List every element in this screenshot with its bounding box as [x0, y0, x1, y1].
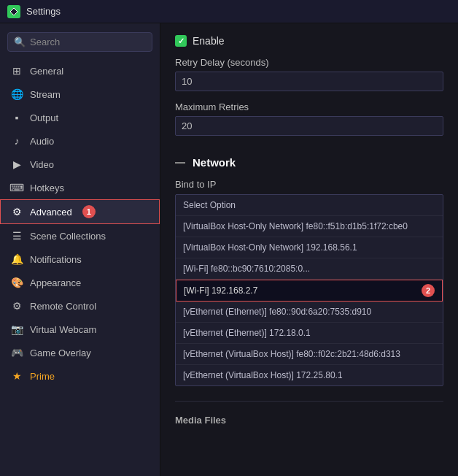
sidebar-label-stream: Stream	[30, 89, 61, 100]
sidebar-item-appearance[interactable]: 🎨Appearance	[0, 271, 160, 294]
bind-option-vethernet-vbox-ipv6[interactable]: [vEthernet (VirtualBox Host)] fe80::f02c…	[176, 344, 443, 365]
notifications-icon: 🔔	[11, 253, 23, 265]
sidebar-label-hotkeys: Hotkeys	[30, 183, 64, 193]
header-line	[175, 162, 185, 164]
appearance-icon: 🎨	[11, 277, 23, 288]
sidebar-item-prime[interactable]: ★Prime	[0, 364, 160, 388]
output-icon: ▪	[11, 112, 23, 123]
media-files-label: Media Files	[175, 410, 443, 426]
app-icon	[7, 5, 20, 18]
bind-option-select-option[interactable]: Select Option	[176, 195, 443, 216]
sidebar-item-virtual-webcam[interactable]: 📷Virtual Webcam	[0, 318, 160, 341]
sidebar: 🔍 ⊞General🌐Stream▪Output♪Audio▶Video⌨Hot…	[0, 23, 160, 476]
sidebar-item-hotkeys[interactable]: ⌨Hotkeys	[0, 176, 160, 199]
bind-option-vethernet-eth-ipv6[interactable]: [vEthernet (Ethernet)] fe80::90d:6a20:75…	[176, 302, 443, 323]
max-retries-input[interactable]	[175, 116, 443, 136]
virtual-webcam-icon: 📷	[11, 323, 23, 335]
max-retries-group: Maximum Retries	[175, 101, 443, 136]
sidebar-label-appearance: Appearance	[30, 277, 81, 288]
sidebar-label-general: General	[30, 66, 63, 77]
sidebar-label-notifications: Notifications	[30, 254, 82, 265]
media-files-section: Media Files	[175, 401, 443, 426]
advanced-icon: ⚙	[11, 206, 23, 218]
video-icon: ▶	[11, 158, 23, 170]
bind-option-vbox-host-ipv6[interactable]: [VirtualBox Host-Only Network] fe80::f51…	[176, 216, 443, 237]
sidebar-label-prime: Prime	[30, 371, 55, 382]
app-body: 🔍 ⊞General🌐Stream▪Output♪Audio▶Video⌨Hot…	[0, 23, 458, 476]
remote-control-icon: ⚙	[11, 300, 23, 312]
audio-icon: ♪	[11, 135, 23, 147]
network-section: Network Bind to IP Select Option[Virtual…	[175, 150, 443, 386]
stream-icon: 🌐	[11, 88, 23, 100]
bind-option-vbox-host-ipv4[interactable]: [VirtualBox Host-Only Network] 192.168.5…	[176, 237, 443, 258]
general-icon: ⊞	[11, 65, 23, 77]
sidebar-item-remote-control[interactable]: ⚙Remote Control	[0, 294, 160, 318]
bind-option-wifi-ipv4[interactable]: [Wi-Fi] 192.168.2.72	[176, 280, 443, 302]
max-retries-label: Maximum Retries	[175, 101, 443, 112]
sidebar-item-general[interactable]: ⊞General	[0, 59, 160, 82]
network-header: Network	[175, 150, 443, 169]
retry-delay-input[interactable]	[175, 72, 443, 91]
prime-icon: ★	[11, 370, 23, 382]
selected-badge: 2	[422, 284, 435, 297]
search-input[interactable]	[30, 37, 146, 47]
sidebar-label-output: Output	[30, 112, 58, 123]
sidebar-label-game-overlay: Game Overlay	[30, 348, 91, 358]
title-bar: Settings	[0, 0, 458, 23]
section-divider	[175, 401, 443, 402]
hotkeys-icon: ⌨	[11, 182, 23, 193]
bind-option-wifi-ipv6[interactable]: [Wi-Fi] fe80::bc90:7610:2085:0...	[176, 258, 443, 280]
nav-list: ⊞General🌐Stream▪Output♪Audio▶Video⌨Hotke…	[0, 59, 160, 388]
sidebar-label-scene-collections: Scene Collections	[30, 231, 106, 242]
sidebar-item-scene-collections[interactable]: ☰Scene Collections	[0, 224, 160, 247]
scene-collections-icon: ☰	[11, 230, 23, 242]
sidebar-label-remote-control: Remote Control	[30, 301, 96, 312]
sidebar-label-audio: Audio	[30, 136, 54, 147]
enable-row: Enable	[175, 35, 443, 47]
bind-to-ip-label: Bind to IP	[175, 179, 443, 190]
sidebar-label-video: Video	[30, 159, 54, 170]
game-overlay-icon: 🎮	[11, 347, 23, 358]
sidebar-item-stream[interactable]: 🌐Stream	[0, 82, 160, 106]
search-icon: 🔍	[14, 37, 26, 47]
retry-delay-group: Retry Delay (seconds)	[175, 57, 443, 91]
main-content: Enable Retry Delay (seconds) Maximum Ret…	[160, 23, 458, 476]
sidebar-item-output[interactable]: ▪Output	[0, 106, 160, 129]
window-title: Settings	[26, 6, 61, 17]
bind-option-vethernet-vbox-ipv4[interactable]: [vEthernet (VirtualBox Host)] 172.25.80.…	[176, 365, 443, 385]
sidebar-item-advanced[interactable]: ⚙Advanced1	[0, 199, 160, 224]
bind-to-ip-dropdown[interactable]: Select Option[VirtualBox Host-Only Netwo…	[175, 194, 443, 386]
network-title: Network	[193, 156, 236, 169]
sidebar-item-video[interactable]: ▶Video	[0, 153, 160, 176]
sidebar-label-advanced: Advanced	[30, 207, 72, 218]
badge-advanced: 1	[82, 205, 96, 218]
enable-checkbox[interactable]	[175, 35, 187, 47]
sidebar-item-audio[interactable]: ♪Audio	[0, 129, 160, 153]
reconnect-section: Enable Retry Delay (seconds) Maximum Ret…	[175, 35, 443, 136]
sidebar-item-game-overlay[interactable]: 🎮Game Overlay	[0, 341, 160, 364]
sidebar-item-notifications[interactable]: 🔔Notifications	[0, 247, 160, 271]
bind-option-vethernet-eth-ipv4[interactable]: [vEthernet (Ethernet)] 172.18.0.1	[176, 323, 443, 344]
retry-delay-label: Retry Delay (seconds)	[175, 57, 443, 68]
search-box[interactable]: 🔍	[7, 32, 152, 52]
sidebar-label-virtual-webcam: Virtual Webcam	[30, 324, 96, 335]
enable-label: Enable	[193, 35, 225, 47]
